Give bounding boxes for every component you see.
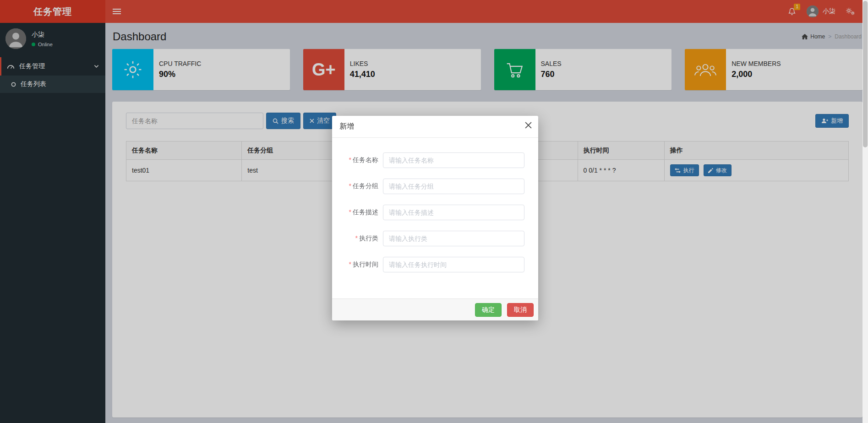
modal-footer: 确定 取消 [332,298,538,320]
task-group-input[interactable] [383,179,524,194]
task-name-input[interactable] [383,152,524,168]
scrollbar-thumb[interactable] [863,1,868,147]
modal-title: 新增 [339,122,354,130]
field-label: *执行类 [355,234,378,243]
required-asterisk: * [349,208,351,216]
page-scrollbar[interactable] [863,0,868,423]
close-icon[interactable] [525,122,532,129]
modal-body: *任务名称 *任务分组 *任务描述 *执行类 *执行时间 [332,138,538,298]
required-asterisk: * [349,260,351,268]
field-exec-class: *执行类 [332,231,538,246]
field-label: *任务名称 [349,156,378,164]
cancel-button[interactable]: 取消 [507,303,534,317]
modal-header: 新增 [332,116,538,138]
confirm-button[interactable]: 确定 [475,303,502,317]
field-exec-time: *执行时间 [332,257,538,272]
exec-time-input[interactable] [383,257,524,272]
required-asterisk: * [355,234,358,242]
required-asterisk: * [349,182,351,190]
exec-class-input[interactable] [383,231,524,246]
field-task-group: *任务分组 [332,179,538,194]
field-label: *任务描述 [349,208,378,217]
field-task-desc: *任务描述 [332,205,538,220]
task-desc-input[interactable] [383,205,524,220]
field-label: *任务分组 [349,182,378,190]
field-label: *执行时间 [349,260,378,269]
field-task-name: *任务名称 [332,152,538,168]
add-task-modal: 新增 *任务名称 *任务分组 *任务描述 *执行类 *执行时间 确定 取消 [332,116,538,320]
required-asterisk: * [349,156,351,163]
